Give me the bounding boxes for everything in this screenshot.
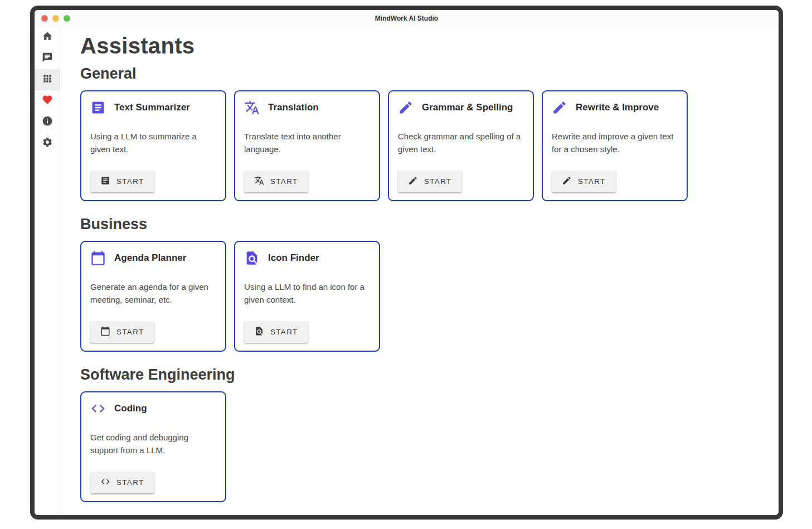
translate-icon bbox=[254, 176, 264, 187]
card-header: Coding bbox=[90, 401, 216, 416]
find-in-page-icon bbox=[244, 250, 260, 266]
find-in-page-icon bbox=[254, 329, 264, 338]
sidebar-item-favorites[interactable] bbox=[35, 90, 60, 111]
main-content: Assistants General Text Summarizer Using… bbox=[60, 27, 779, 515]
assistant-card[interactable]: Icon Finder Using a LLM to find an icon … bbox=[234, 241, 380, 352]
calendar-icon bbox=[90, 250, 106, 266]
sidebar bbox=[35, 27, 60, 515]
edit-pencil-icon bbox=[408, 179, 418, 187]
card-title: Translation bbox=[268, 102, 319, 113]
section-business: Business Agenda Planner Generate an agen… bbox=[80, 216, 767, 352]
assistant-card[interactable]: Translation Translate text into another … bbox=[234, 90, 380, 201]
translate-icon bbox=[244, 100, 260, 115]
sidebar-item-assistants[interactable] bbox=[35, 69, 60, 90]
card-description: Using a LLM to find an icon for a given … bbox=[244, 281, 370, 306]
start-button[interactable]: START bbox=[244, 171, 308, 192]
calendar-icon bbox=[90, 250, 106, 266]
translate-icon bbox=[244, 100, 260, 115]
cards-row: Text Summarizer Using a LLM to summarize… bbox=[80, 90, 767, 201]
start-button-label: START bbox=[116, 177, 144, 186]
card-header: Agenda Planner bbox=[90, 250, 216, 266]
cards-row: Agenda Planner Generate an agenda for a … bbox=[80, 241, 767, 352]
assistant-card[interactable]: Rewrite & Improve Rewrite and improve a … bbox=[542, 90, 688, 201]
edit-pencil-icon bbox=[562, 179, 572, 187]
assistant-sections: General Text Summarizer Using a LLM to s… bbox=[80, 65, 767, 502]
card-description: Check grammar and spelling of a given te… bbox=[398, 130, 524, 156]
start-button-label: START bbox=[270, 328, 298, 336]
card-title: Icon Finder bbox=[268, 253, 319, 264]
start-button-label: START bbox=[424, 177, 452, 186]
section-heading: General bbox=[80, 65, 767, 82]
app-window: MindWork AI Studio Assistants General Te… bbox=[30, 6, 783, 520]
find-in-page-icon bbox=[244, 250, 260, 266]
card-title: Grammar & Spelling bbox=[422, 102, 513, 113]
card-header: Icon Finder bbox=[244, 250, 370, 266]
section-heading: Software Engineering bbox=[80, 366, 767, 384]
sidebar-item-chats[interactable] bbox=[35, 48, 60, 69]
assistant-card[interactable]: Coding Get coding and debugging support … bbox=[80, 391, 226, 502]
start-button-label: START bbox=[116, 478, 144, 487]
heart-icon bbox=[42, 94, 53, 108]
start-button[interactable]: START bbox=[90, 472, 154, 493]
card-description: Generate an agenda for a given meeting, … bbox=[90, 281, 216, 306]
code-icon bbox=[100, 477, 110, 488]
card-description: Rewrite and improve a given text for a c… bbox=[552, 130, 678, 156]
card-description: Get coding and debugging support from a … bbox=[90, 431, 216, 457]
card-description: Translate text into another language. bbox=[244, 130, 370, 156]
section-software-engineering: Software Engineering Coding Get coding a… bbox=[80, 366, 767, 502]
sidebar-item-home[interactable] bbox=[35, 27, 60, 48]
assistant-card[interactable]: Text Summarizer Using a LLM to summarize… bbox=[80, 90, 226, 201]
cards-row: Coding Get coding and debugging support … bbox=[80, 391, 767, 502]
code-icon bbox=[90, 401, 106, 416]
chat-icon bbox=[42, 52, 53, 65]
titlebar: MindWork AI Studio bbox=[35, 10, 779, 27]
start-button[interactable]: START bbox=[552, 171, 616, 192]
start-button-label: START bbox=[270, 177, 298, 186]
calendar-icon bbox=[100, 326, 110, 338]
start-button-label: START bbox=[578, 177, 606, 186]
gear-icon bbox=[42, 137, 53, 150]
section-general: General Text Summarizer Using a LLM to s… bbox=[80, 65, 767, 201]
edit-pencil-icon bbox=[398, 100, 414, 115]
card-title: Coding bbox=[114, 403, 147, 414]
sidebar-item-about[interactable] bbox=[35, 111, 60, 133]
card-header: Text Summarizer bbox=[90, 100, 216, 115]
sidebar-item-settings[interactable] bbox=[35, 133, 60, 154]
card-title: Text Summarizer bbox=[114, 102, 190, 113]
start-button-label: START bbox=[116, 328, 144, 336]
card-title: Rewrite & Improve bbox=[576, 102, 659, 113]
article-icon bbox=[100, 179, 110, 187]
assistant-card[interactable]: Agenda Planner Generate an agenda for a … bbox=[80, 241, 226, 352]
edit-pencil-icon bbox=[408, 176, 418, 187]
section-heading: Business bbox=[80, 216, 767, 233]
edit-pencil-icon bbox=[552, 100, 567, 115]
card-description: Using a LLM to summarize a given text. bbox=[90, 130, 216, 156]
start-button[interactable]: START bbox=[90, 321, 154, 343]
edit-pencil-icon bbox=[552, 100, 567, 115]
card-header: Translation bbox=[244, 100, 370, 115]
card-title: Agenda Planner bbox=[114, 253, 186, 264]
start-button[interactable]: START bbox=[90, 171, 154, 192]
card-header: Rewrite & Improve bbox=[552, 100, 678, 115]
page-title: Assistants bbox=[80, 33, 767, 59]
start-button[interactable]: START bbox=[398, 171, 462, 192]
calendar-icon bbox=[100, 329, 110, 338]
edit-pencil-icon bbox=[398, 100, 414, 115]
assistant-card[interactable]: Grammar & Spelling Check grammar and spe… bbox=[388, 90, 534, 201]
article-icon bbox=[90, 100, 106, 115]
edit-pencil-icon bbox=[562, 176, 572, 187]
find-in-page-icon bbox=[254, 326, 264, 338]
window-title: MindWork AI Studio bbox=[35, 14, 779, 22]
translate-icon bbox=[254, 179, 264, 187]
apps-grid-icon bbox=[42, 73, 53, 86]
article-icon bbox=[100, 176, 110, 187]
code-icon bbox=[100, 480, 110, 488]
home-icon bbox=[42, 31, 53, 44]
start-button[interactable]: START bbox=[244, 321, 308, 343]
code-icon bbox=[90, 401, 106, 416]
article-icon bbox=[90, 100, 106, 115]
info-icon bbox=[42, 115, 53, 129]
card-header: Grammar & Spelling bbox=[398, 100, 524, 115]
